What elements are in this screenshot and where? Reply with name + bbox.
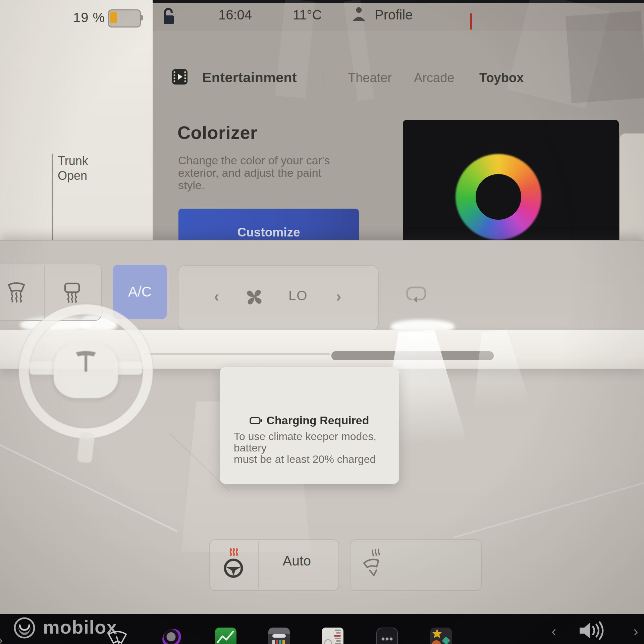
hood-crease: [454, 474, 644, 538]
battery-percent-label[interactable]: 19 %: [73, 10, 105, 25]
dialog-body: To use climate keeper modes, battery mus…: [234, 431, 388, 465]
tuner-app-icon[interactable]: [322, 628, 343, 644]
profile-icon[interactable]: [352, 6, 366, 23]
trunk-word: Trunk: [58, 154, 88, 168]
fan-icon: [243, 285, 266, 310]
recirculation-button[interactable]: [405, 285, 427, 305]
stocks-app-icon[interactable]: [215, 628, 236, 644]
dialog-body-line: must be at least 20% charged: [234, 453, 388, 465]
colorizer-title: Colorizer: [177, 122, 258, 143]
dash-seam: [144, 353, 330, 355]
battery-warning-icon: [250, 417, 262, 424]
tesla-screen-photo: 16:04 11°C Profile Entertainment Theater…: [0, 0, 644, 644]
wiper-app-icon[interactable]: [107, 628, 128, 644]
entertainment-header[interactable]: Entertainment: [202, 70, 297, 86]
mobilox-wordmark: mobilox: [43, 616, 117, 638]
color-wheel-center: [476, 174, 521, 220]
dialog-body-line: To use climate keeper modes, battery: [234, 431, 388, 453]
steering-wheel-render: [16, 302, 157, 446]
battery-nub: [141, 15, 143, 20]
edge-chevron-icon[interactable]: ›: [0, 632, 3, 644]
wiper-heat-button[interactable]: [362, 549, 385, 581]
tab-arcade[interactable]: Arcade: [414, 71, 454, 85]
auto-label: Auto: [283, 553, 311, 569]
tab-toybox[interactable]: Toybox: [479, 71, 524, 85]
red-artifact-mark: [470, 13, 472, 30]
colorizer-description: Change the color of your car's exterior,…: [178, 154, 330, 192]
description-line: style.: [178, 179, 330, 192]
front-defrost-button[interactable]: [5, 281, 28, 304]
tesla-logo-icon: [75, 351, 97, 376]
steering-column: [77, 432, 95, 463]
battery-icon[interactable]: [108, 9, 141, 28]
profile-label[interactable]: Profile: [375, 7, 413, 22]
colorizer-preview-image: [403, 120, 619, 240]
host-taskbar: › mobilox: [0, 614, 644, 644]
clock: 16:04: [218, 7, 252, 22]
header-divider: [323, 69, 323, 85]
entertainment-icon: [172, 69, 187, 85]
steering-spoke-right: [114, 361, 142, 375]
next-chevron-icon[interactable]: ›: [633, 623, 638, 640]
customize-button[interactable]: Customize: [178, 209, 359, 240]
tab-theater[interactable]: Theater: [348, 71, 392, 85]
rear-defrost-button[interactable]: [61, 281, 83, 304]
trunk-open-status[interactable]: Trunk Open: [58, 154, 88, 183]
media-player-icon[interactable]: [162, 629, 183, 644]
trunk-outline-line: [52, 154, 53, 240]
charging-required-dialog: Charging Required To use climate keeper …: [220, 367, 399, 484]
photo-shadow: [566, 11, 644, 103]
fan-speed-up-button[interactable]: ›: [336, 287, 341, 305]
auto-climate-button[interactable]: Auto: [209, 553, 338, 569]
fan-speed-down-button[interactable]: ‹: [214, 287, 219, 305]
entertainment-pane: 16:04 11°C Profile Entertainment Theater…: [153, 0, 644, 240]
customize-button-label: Customize: [237, 225, 300, 239]
fan-speed-value: LO: [288, 288, 308, 303]
next-card-edge[interactable]: [620, 133, 644, 240]
prev-chevron-icon[interactable]: ‹: [551, 623, 556, 640]
battery-fill: [110, 12, 117, 23]
car-status-pane: 19 % Trunk Open: [0, 0, 153, 240]
fan-speed-group: ‹ LO ›: [178, 265, 379, 330]
unlock-icon[interactable]: [162, 7, 178, 27]
volume-icon[interactable]: [578, 620, 605, 642]
more-apps-icon[interactable]: [376, 628, 398, 644]
outside-temperature[interactable]: 11°C: [293, 7, 322, 22]
description-line: Change the color of your car's: [178, 154, 330, 167]
ac-button-label: A/C: [128, 284, 152, 300]
open-word: Open: [58, 168, 88, 183]
game-app-icon[interactable]: [430, 628, 452, 644]
climate-panel: A/C ‹ LO ›: [0, 240, 644, 614]
dialog-title: Charging Required: [266, 414, 369, 427]
description-line: exterior, and adjust the paint: [178, 167, 330, 179]
dialog-title-row: Charging Required: [220, 414, 399, 427]
mobilox-logo-icon: [14, 617, 35, 640]
radio-app-icon[interactable]: [268, 628, 290, 644]
